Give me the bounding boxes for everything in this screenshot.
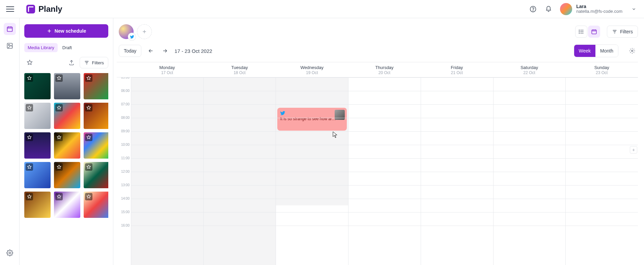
list-view-button[interactable] — [575, 26, 587, 38]
user-avatar — [560, 3, 572, 15]
svg-point-7 — [579, 31, 580, 32]
media-thumb[interactable] — [54, 162, 80, 188]
star-icon[interactable] — [85, 163, 92, 171]
day-column[interactable] — [348, 77, 421, 265]
day-column[interactable]: It is so strange to see how ar… — [276, 77, 348, 265]
day-column[interactable] — [493, 77, 566, 265]
star-icon[interactable] — [55, 193, 63, 200]
time-label: 14:00 — [117, 197, 131, 210]
month-toggle[interactable]: Month — [595, 45, 618, 57]
favorites-filter[interactable] — [24, 57, 35, 68]
media-thumb[interactable] — [84, 73, 108, 99]
event-thumbnail — [335, 110, 345, 120]
media-thumb[interactable] — [54, 132, 80, 159]
twitter-badge-icon — [128, 33, 136, 40]
rail-settings[interactable] — [4, 247, 16, 259]
media-thumb[interactable] — [24, 132, 51, 159]
time-label: 13:00 — [117, 183, 131, 197]
tab-draft[interactable]: Draft — [59, 43, 75, 52]
main-content: Filters Today 17 - 23 Oct 2022 Week Mont… — [113, 18, 644, 265]
hamburger-menu[interactable] — [6, 5, 14, 13]
day-column[interactable] — [421, 77, 493, 265]
star-icon[interactable] — [26, 104, 33, 111]
media-thumb[interactable] — [54, 73, 80, 99]
star-icon[interactable] — [85, 74, 92, 82]
time-label: 09:00 — [117, 129, 131, 143]
time-label: 07:00 — [117, 102, 131, 116]
media-thumb[interactable] — [24, 162, 51, 188]
calendar-view-button[interactable] — [588, 26, 600, 38]
time-label: 06:00 — [117, 89, 131, 102]
upload-button[interactable] — [66, 57, 77, 68]
sidebar-filters-button[interactable]: Filters — [80, 57, 108, 68]
day-header: Tuesday18 Oct — [203, 62, 276, 77]
star-icon[interactable] — [85, 134, 92, 141]
day-header: Wednesday19 Oct — [276, 62, 348, 77]
time-label: 08:00 — [117, 116, 131, 129]
user-name: Lara — [576, 4, 622, 9]
star-icon[interactable] — [85, 193, 92, 200]
day-header: Friday21 Oct — [421, 62, 493, 77]
day-header: Monday17 Oct — [131, 62, 203, 77]
svg-point-8 — [579, 33, 580, 34]
star-icon[interactable] — [55, 74, 63, 82]
calendar-settings-button[interactable] — [626, 45, 638, 57]
day-column[interactable] — [131, 77, 203, 265]
star-icon[interactable] — [26, 193, 33, 200]
media-thumb[interactable] — [84, 132, 108, 159]
tab-media-library[interactable]: Media Library — [24, 43, 58, 52]
main-filters-button[interactable]: Filters — [607, 26, 638, 38]
bell-icon[interactable] — [544, 5, 553, 13]
user-menu[interactable]: Lara natella.m@fs-code.com — [560, 3, 638, 15]
chevron-down-icon — [630, 5, 638, 13]
media-thumb[interactable] — [54, 192, 80, 218]
svg-point-5 — [9, 252, 10, 254]
star-icon[interactable] — [26, 163, 33, 171]
media-grid — [24, 73, 108, 218]
week-toggle[interactable]: Week — [574, 45, 596, 57]
today-button[interactable]: Today — [119, 45, 141, 57]
range-toggle: Week Month — [574, 44, 618, 57]
star-icon[interactable] — [26, 74, 33, 82]
star-icon[interactable] — [85, 104, 92, 111]
star-icon[interactable] — [26, 134, 33, 141]
sidebar: New schedule Media Library Draft Filters — [20, 18, 113, 265]
day-header: Sunday23 Oct — [565, 62, 638, 77]
day-column[interactable] — [203, 77, 276, 265]
media-thumb[interactable] — [24, 103, 51, 129]
rail-media[interactable] — [4, 40, 16, 52]
time-label: 11:00 — [117, 156, 131, 170]
brand-name: Planly — [38, 4, 62, 14]
logo[interactable]: Planly — [26, 4, 62, 14]
new-schedule-button[interactable]: New schedule — [24, 24, 108, 38]
scheduled-post[interactable]: It is so strange to see how ar… — [277, 108, 347, 131]
svg-point-6 — [579, 30, 580, 31]
media-thumb[interactable] — [84, 192, 108, 218]
media-thumb[interactable] — [24, 192, 51, 218]
profile-avatar[interactable] — [119, 24, 134, 39]
media-thumb[interactable] — [54, 103, 80, 129]
help-icon[interactable] — [529, 5, 537, 13]
twitter-icon — [280, 110, 285, 116]
media-thumb[interactable] — [84, 162, 108, 188]
svg-point-4 — [8, 44, 9, 45]
star-icon[interactable] — [55, 163, 63, 171]
past-time-shade — [276, 77, 348, 205]
time-label: 12:00 — [117, 170, 131, 183]
star-icon[interactable] — [55, 104, 63, 111]
day-column[interactable]: + — [565, 77, 638, 265]
media-thumb[interactable] — [84, 103, 108, 129]
svg-rect-9 — [592, 30, 596, 34]
star-icon[interactable] — [55, 134, 63, 141]
media-thumb[interactable] — [24, 73, 51, 99]
new-schedule-label: New schedule — [55, 28, 86, 34]
logo-mark-icon — [26, 5, 35, 13]
time-label: 10:00 — [117, 143, 131, 156]
add-event-button[interactable]: + — [630, 146, 637, 154]
next-week-button[interactable] — [160, 46, 170, 56]
rail-calendar[interactable] — [4, 23, 16, 35]
add-profile-button[interactable] — [137, 24, 152, 39]
svg-point-1 — [533, 10, 533, 11]
main-filters-label: Filters — [620, 29, 633, 34]
prev-week-button[interactable] — [146, 46, 156, 56]
